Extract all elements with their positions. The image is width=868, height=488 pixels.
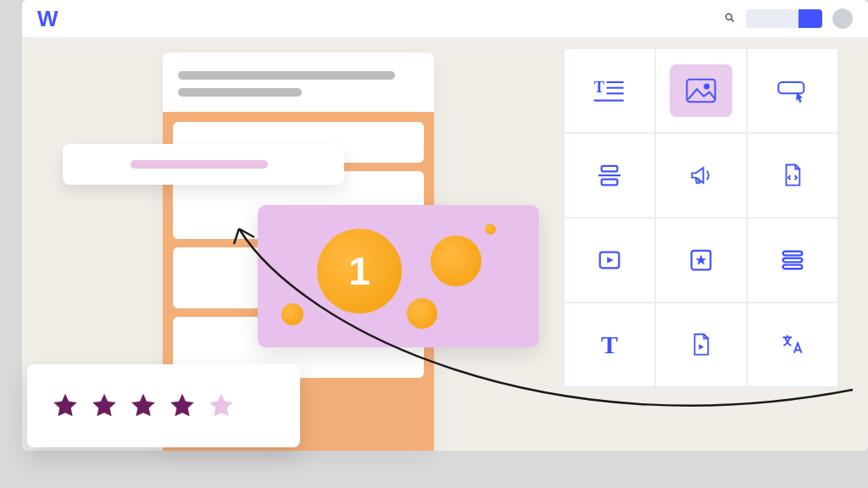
skeleton-line xyxy=(178,71,395,80)
star-empty-icon xyxy=(207,391,236,420)
topbar-actions xyxy=(724,8,853,29)
component-media-file[interactable] xyxy=(655,302,747,387)
code-file-icon xyxy=(780,163,805,188)
rating-card xyxy=(27,364,300,447)
decorative-orb xyxy=(485,224,496,235)
logo: W xyxy=(37,6,58,32)
component-list[interactable] xyxy=(747,218,838,302)
component-heading[interactable]: T xyxy=(564,302,655,387)
decorative-orb xyxy=(281,303,303,325)
play-box-icon xyxy=(597,247,622,273)
svg-rect-15 xyxy=(783,252,803,256)
number-orb: 1 xyxy=(317,229,402,313)
list-rows-icon xyxy=(780,247,805,273)
component-text-block[interactable]: T xyxy=(564,48,655,133)
megaphone-icon xyxy=(688,163,714,188)
svg-point-8 xyxy=(704,85,709,89)
component-image[interactable] xyxy=(655,48,747,133)
feature-illustration-card[interactable]: 1 xyxy=(258,205,539,347)
star-icon xyxy=(168,391,197,420)
svg-rect-9 xyxy=(778,82,804,93)
avatar[interactable] xyxy=(832,8,853,29)
heading-icon: T xyxy=(601,330,618,359)
svg-text:T: T xyxy=(594,79,604,96)
component-video[interactable] xyxy=(564,218,655,302)
top-bar: W xyxy=(22,0,868,37)
translate-icon xyxy=(780,332,805,358)
star-icon xyxy=(51,391,80,420)
star-icon xyxy=(90,391,119,420)
placeholder-line xyxy=(131,160,268,169)
component-button[interactable] xyxy=(747,48,838,133)
text-lines-icon: T xyxy=(593,75,626,106)
search-icon[interactable] xyxy=(724,12,736,26)
component-panel: T xyxy=(563,47,839,388)
component-announcement[interactable] xyxy=(655,133,747,218)
svg-rect-10 xyxy=(602,166,618,172)
star-box-icon xyxy=(688,247,714,273)
button-icon xyxy=(776,75,810,106)
align-center-icon xyxy=(597,163,622,188)
svg-rect-16 xyxy=(783,258,803,263)
component-translate[interactable] xyxy=(747,302,838,387)
svg-rect-17 xyxy=(783,265,803,269)
component-code-file[interactable] xyxy=(747,133,838,218)
svg-rect-12 xyxy=(602,180,618,186)
svg-line-1 xyxy=(732,19,734,21)
media-file-icon xyxy=(688,332,714,358)
image-icon xyxy=(684,75,718,106)
toggle-pill[interactable] xyxy=(746,9,822,28)
floating-text-bar[interactable] xyxy=(63,144,344,185)
skeleton-line xyxy=(178,88,302,97)
decorative-orb xyxy=(431,236,481,286)
svg-point-0 xyxy=(726,14,732,19)
decorative-orb xyxy=(407,298,437,329)
star-icon xyxy=(129,391,158,420)
svg-rect-7 xyxy=(687,80,715,103)
component-featured[interactable] xyxy=(655,218,747,302)
component-divider[interactable] xyxy=(564,133,655,218)
